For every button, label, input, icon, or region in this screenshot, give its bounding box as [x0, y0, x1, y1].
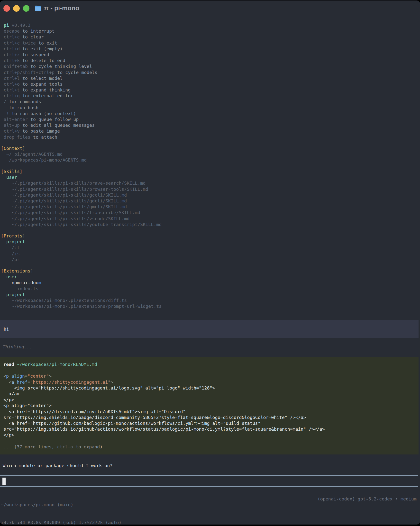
prompt-input[interactable] [0, 475, 418, 487]
terminal-line: ~/.pi/agent/skills/pi-skills/browser-too… [1, 186, 162, 192]
terminal-line: ~/workspaces/pi-mono/AGENTS.md [1, 157, 87, 163]
terminal-line: ctrl+v to paste image [1, 128, 97, 134]
terminal-window: π - pi-mono pi v0.49.3 escape to interru… [0, 0, 420, 525]
terminal-line: /cl [1, 245, 25, 251]
terminal-line: ~/workspaces/pi-mono/.pi/extensions/prom… [1, 303, 162, 309]
terminal-line: project [1, 292, 162, 298]
terminal-line: <a href="https://github.com/badlogic/pi-… [3, 420, 415, 426]
terminal-line: [Skills] [1, 169, 162, 174]
assistant-message: Which module or package should I work on… [0, 463, 113, 469]
user-message-text: hi [4, 327, 9, 332]
terminal-line: user [1, 174, 162, 180]
terminal-line: /pr [1, 257, 25, 263]
context-section: [Context] ~/.pi/agent/AGENTS.md ~/worksp… [0, 145, 87, 163]
user-message: hi [0, 320, 419, 338]
terminal-line: </a> [3, 391, 415, 397]
terminal-line: ctrl+c to clear [1, 34, 97, 40]
terminal-line: ctrl+o to expand tools [1, 81, 97, 87]
tool-output-read[interactable]: read ~/workspaces/pi-mono/README.md <p a… [0, 357, 419, 455]
skills-section: [Skills] user ~/.pi/agent/skills/pi-skil… [0, 169, 162, 227]
terminal-line: [Context] [1, 145, 87, 151]
minimize-button[interactable] [13, 5, 20, 12]
terminal-line: ~/.pi/agent/skills/pi-skills/gccli/SKILL… [1, 192, 162, 198]
terminal-line: alt+enter to queue follow-up [1, 117, 97, 122]
terminal-line: ! to run bash [1, 105, 97, 111]
terminal-line [3, 438, 415, 444]
terminal-line: alt+up to edit all queued messages [1, 122, 97, 128]
terminal-line: ctrl+t to expand thinking [1, 87, 97, 93]
terminal-line: drop files to attach [1, 134, 97, 140]
terminal-line: user [1, 274, 162, 280]
terminal-line: ~/.pi/agent/skills/pi-skills/gdcli/SKILL… [1, 198, 162, 204]
terminal-line: ctrl+d to exit (empty) [1, 46, 97, 52]
terminal-line: project [1, 239, 25, 245]
status-token-stats: ↑4.7k ↓44 R3.8k $0.009 (sub) 1.7%/272k (… [0, 520, 420, 525]
terminal-line: npm:pi-doom [1, 280, 162, 286]
extensions-section: [Extensions] user npm:pi-doom index.ts p… [0, 268, 162, 309]
terminal-line: !! to run bash (no context) [1, 111, 97, 117]
window-title: π - pi-mono [44, 4, 79, 12]
terminal-line [3, 367, 415, 373]
terminal-line: <p align="center"> [3, 373, 415, 379]
terminal-line: ctrl+c twice to exit [1, 40, 97, 46]
terminal-line: <img src="https://shittycodingagent.ai/l… [3, 385, 415, 391]
terminal-line: <a href="https://shittycodingagent.ai"> [3, 379, 415, 385]
terminal-line: ctrl+p/shift+ctrl+p to cycle models [1, 70, 97, 75]
status-model: (openai-codex) gpt-5.2-codex • medium [318, 496, 417, 502]
terminal-line: ~/workspaces/pi-mono/.pi/extensions/diff… [1, 298, 162, 303]
folder-icon [35, 5, 41, 11]
thinking-indicator: Thinking... [0, 344, 32, 350]
status-bar: ~/workspaces/pi-mono (main) ↑4.7k ↓44 R3… [0, 490, 420, 525]
terminal-line: pi v0.49.3 [1, 22, 97, 28]
terminal-line: ~/.pi/agent/AGENTS.md [1, 151, 87, 157]
text-cursor [2, 478, 6, 485]
terminal-line: [Prompts] [1, 233, 25, 239]
prompts-section: [Prompts] project /cl /is /pr [0, 233, 25, 263]
terminal-line: ~/.pi/agent/skills/pi-skills/gmcli/SKILL… [1, 204, 162, 210]
terminal-line: src="https://img.shields.io/badge/discor… [3, 415, 415, 420]
traffic-lights [3, 5, 30, 12]
terminal-line: /is [1, 251, 25, 257]
terminal-line: ~/.pi/agent/skills/pi-skills/brave-searc… [1, 180, 162, 186]
terminal-line: / for commands [1, 99, 97, 105]
close-button[interactable] [3, 5, 10, 12]
terminal-line: src="https://img.shields.io/github/actio… [3, 426, 415, 432]
terminal-line: ... (37 more lines, ctrl+o to expand) [3, 444, 415, 450]
terminal-line: ~/.pi/agent/skills/pi-skills/youtube-tra… [1, 222, 162, 227]
terminal-line: ~/.pi/agent/skills/pi-skills/vscode/SKIL… [1, 216, 162, 222]
terminal-line: </p> [3, 432, 415, 438]
help-block: pi v0.49.3 escape to interrupt ctrl+c to… [0, 22, 97, 140]
terminal-line: ~/.pi/agent/skills/pi-skills/transcribe/… [1, 210, 162, 216]
terminal-line: read ~/workspaces/pi-mono/README.md [3, 362, 415, 367]
zoom-button[interactable] [23, 5, 30, 12]
terminal-line: index.ts [1, 286, 162, 292]
titlebar: π - pi-mono [0, 0, 420, 16]
terminal-line: <a href="https://discord.com/invite/nKXT… [3, 409, 415, 415]
terminal-line: ctrl+l to select model [1, 75, 97, 81]
terminal-line: [Extensions] [1, 268, 162, 274]
terminal-line: ctrl+g for external editor [1, 93, 97, 99]
terminal-line: escape to interrupt [1, 28, 97, 34]
terminal-line: shift+tab to cycle thinking level [1, 63, 97, 69]
terminal-line: ctrl+z to suspend [1, 52, 97, 58]
terminal-line: </p> [3, 397, 415, 403]
terminal-line: ctrl+k to delete to end [1, 58, 97, 63]
status-cwd: ~/workspaces/pi-mono (main) [0, 502, 420, 508]
terminal-line: <p align="center"> [3, 403, 415, 408]
